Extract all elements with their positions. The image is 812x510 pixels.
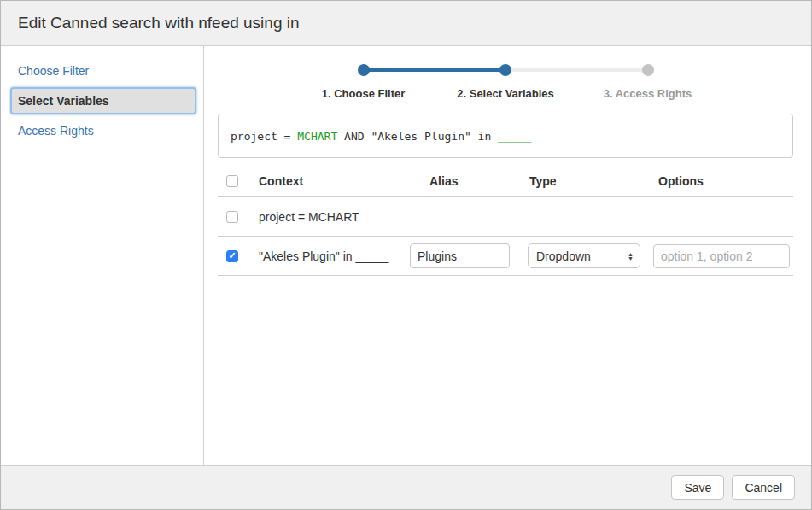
wizard-sidebar: Choose Filter Select Variables Access Ri… (1, 46, 204, 465)
row2-alias-cell (410, 243, 528, 268)
cancel-button[interactable]: Cancel (732, 475, 795, 500)
query-segment-project-value: MCHART (297, 130, 337, 143)
step-label-access-rights: 3. Access Rights (604, 87, 692, 100)
step-dot-select-variables (499, 64, 511, 76)
edit-canned-search-dialog: Edit Canned search with nfeed using in C… (0, 0, 812, 510)
sidebar-item-choose-filter[interactable]: Choose Filter (1, 56, 203, 85)
progress-stepper: 1. Choose Filter 2. Select Variables 3. … (364, 68, 648, 103)
type-select-value: Dropdown (536, 249, 591, 263)
type-select[interactable]: Dropdown ▲▼ (528, 243, 640, 268)
row1-checkbox[interactable] (226, 211, 238, 223)
row2-checkbox[interactable]: ✓ (226, 250, 238, 262)
table-header-row: Context Alias Type Options (218, 166, 793, 197)
header-options: Options (653, 174, 793, 188)
step-dot-access-rights (642, 64, 654, 76)
dialog-header: Edit Canned search with nfeed using in (1, 1, 811, 46)
row2-context-text: "Akeles Plugin" in _____ (259, 249, 410, 263)
select-stepper-icon: ▲▼ (628, 252, 634, 261)
alias-input[interactable] (410, 243, 510, 268)
options-input[interactable] (653, 244, 790, 268)
row2-type-cell: Dropdown ▲▼ (528, 243, 653, 268)
stepper-track-progress (364, 68, 506, 72)
row2-options-cell (653, 244, 793, 268)
checkmark-icon: ✓ (228, 251, 236, 261)
query-segment: AND "Akeles Plugin" in (337, 130, 498, 143)
dialog-body: Choose Filter Select Variables Access Ri… (1, 46, 811, 465)
row1-context-text: project = MCHART (259, 210, 410, 224)
main-panel: 1. Choose Filter 2. Select Variables 3. … (204, 46, 811, 465)
jql-query-preview: project = MCHART AND "Akeles Plugin" in … (218, 114, 793, 158)
step-label-choose-filter: 1. Choose Filter (322, 87, 406, 100)
header-checkbox-cell (218, 175, 259, 187)
table-row-project-clause: project = MCHART (218, 197, 793, 237)
header-context: Context (259, 174, 410, 188)
select-all-checkbox[interactable] (226, 175, 238, 187)
row-checkbox-cell: ✓ (218, 250, 259, 262)
variables-table: Context Alias Type Options project = MCH… (218, 166, 793, 276)
save-button[interactable]: Save (671, 475, 724, 500)
dialog-footer: Save Cancel (1, 465, 811, 509)
row-checkbox-cell (218, 211, 259, 223)
query-segment-variable-blank: _____ (498, 130, 531, 143)
header-type: Type (528, 174, 653, 188)
sidebar-item-access-rights[interactable]: Access Rights (1, 116, 203, 145)
query-segment: project = (231, 130, 297, 143)
table-row-akeles-plugin-clause: ✓ "Akeles Plugin" in _____ Dropdown ▲▼ (218, 237, 793, 276)
step-dot-choose-filter (358, 64, 370, 76)
step-label-select-variables: 2. Select Variables (457, 87, 553, 100)
dialog-title: Edit Canned search with nfeed using in (18, 14, 300, 32)
header-alias: Alias (410, 174, 528, 188)
sidebar-item-select-variables[interactable]: Select Variables (10, 87, 196, 114)
